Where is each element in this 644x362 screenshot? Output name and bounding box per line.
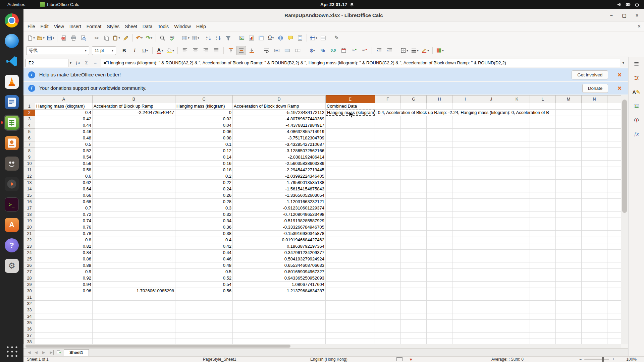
cell-A1[interactable]: Hanging mass (kilogram)	[35, 103, 93, 110]
cell-partial-29[interactable]	[607, 282, 621, 288]
cell-N23[interactable]	[582, 243, 607, 250]
row-header-31[interactable]: 31	[24, 294, 35, 301]
row-header-16[interactable]: 16	[24, 199, 35, 205]
cell-J18[interactable]	[478, 212, 504, 218]
cell-E36[interactable]	[326, 326, 375, 333]
cell-G33[interactable]	[401, 307, 427, 313]
menu-edit[interactable]: Edit	[38, 22, 51, 31]
cell-C34[interactable]	[175, 313, 233, 320]
cell-G15[interactable]	[401, 192, 427, 199]
cell-N27[interactable]	[582, 269, 607, 275]
cell-C38[interactable]	[175, 339, 233, 344]
cell-K14[interactable]	[504, 186, 530, 192]
gallery-icon[interactable]	[632, 102, 641, 110]
selection-mode-icon[interactable]	[396, 357, 402, 362]
cell-partial-38[interactable]	[607, 339, 621, 344]
cell-B33[interactable]	[93, 307, 175, 313]
cell-C35[interactable]	[175, 320, 233, 326]
insert-pivot-table-icon[interactable]	[256, 33, 266, 43]
cell-F7[interactable]	[375, 141, 401, 148]
cell-B10[interactable]	[93, 161, 175, 167]
cell-N6[interactable]	[582, 135, 607, 141]
menu-window[interactable]: Window	[171, 22, 194, 31]
cell-L20[interactable]	[530, 224, 556, 231]
cell-M4[interactable]	[556, 122, 582, 129]
cell-partial-15[interactable]	[607, 192, 621, 199]
row-header-6[interactable]: 6	[24, 135, 35, 141]
cell-L8[interactable]	[530, 148, 556, 154]
cell-L24[interactable]	[530, 250, 556, 256]
cell-C15[interactable]: 0.26	[175, 192, 233, 199]
cell-D10[interactable]: -2.56035838603389	[233, 161, 326, 167]
minimize-button[interactable]: –	[608, 13, 614, 18]
cell-L29[interactable]	[530, 282, 556, 288]
cell-B29[interactable]	[93, 282, 175, 288]
cell-B37[interactable]	[93, 333, 175, 339]
row-header-11[interactable]: 11	[24, 167, 35, 173]
cell-E23[interactable]	[326, 243, 375, 250]
cell-A33[interactable]	[35, 307, 93, 313]
cell-N15[interactable]	[582, 192, 607, 199]
column-header-L[interactable]: L	[530, 96, 556, 103]
cell-M10[interactable]	[556, 161, 582, 167]
cell-partial-22[interactable]	[607, 237, 621, 243]
cell-E32[interactable]	[326, 301, 375, 307]
cell-L36[interactable]	[530, 326, 556, 333]
cell-B22[interactable]	[93, 237, 175, 243]
borders-icon[interactable]: ▾	[399, 46, 409, 55]
row-header-21[interactable]: 21	[24, 231, 35, 237]
cell-M36[interactable]	[556, 326, 582, 333]
underline-icon[interactable]: U▾	[140, 46, 150, 55]
cell-K3[interactable]	[504, 116, 530, 122]
maximize-button[interactable]: ▢	[621, 13, 627, 18]
cell-B7[interactable]	[93, 141, 175, 148]
row-header-7[interactable]: 7	[24, 141, 35, 148]
cell-A14[interactable]: 0.64	[35, 186, 93, 192]
cell-D12[interactable]: -2.03992224346405	[233, 173, 326, 180]
dock-item-thunderbird[interactable]	[4, 33, 20, 49]
activities-button[interactable]: Activities	[5, 1, 27, 8]
menu-styles[interactable]: Styles	[104, 22, 122, 31]
cell-L26[interactable]	[530, 262, 556, 269]
close-icon[interactable]: ×	[618, 85, 622, 92]
cell-I19[interactable]	[452, 218, 478, 224]
cell-K36[interactable]	[504, 326, 530, 333]
cell-G19[interactable]	[401, 218, 427, 224]
cell-H1[interactable]	[427, 103, 452, 110]
cell-G8[interactable]	[401, 148, 427, 154]
cell-B28[interactable]	[93, 275, 175, 282]
page-style[interactable]: PageStyle_Sheet1	[203, 357, 236, 362]
cell-H4[interactable]	[427, 122, 452, 129]
system-tray[interactable]	[617, 2, 639, 7]
cell-L32[interactable]	[530, 301, 556, 307]
function-wizard-icon[interactable]: ƒx	[73, 60, 82, 65]
cell-C10[interactable]: 0.16	[175, 161, 233, 167]
cell-A20[interactable]: 0.76	[35, 224, 93, 231]
cell-M21[interactable]	[556, 231, 582, 237]
cell-H17[interactable]	[427, 205, 452, 212]
cell-D26[interactable]: 0.655344608706633	[233, 262, 326, 269]
cell-F32[interactable]	[375, 301, 401, 307]
cell-H26[interactable]	[427, 262, 452, 269]
cell-F37[interactable]	[375, 333, 401, 339]
formula-icon[interactable]: =	[91, 60, 100, 65]
cell-F33[interactable]	[375, 307, 401, 313]
row-header-26[interactable]: 26	[24, 262, 35, 269]
cell-A19[interactable]: 0.74	[35, 218, 93, 224]
cell-F20[interactable]	[375, 224, 401, 231]
cell-I20[interactable]	[452, 224, 478, 231]
cell-I28[interactable]	[452, 275, 478, 282]
menu-tools[interactable]: Tools	[155, 22, 171, 31]
column-header-G[interactable]: G	[401, 96, 427, 103]
row-header-9[interactable]: 9	[24, 154, 35, 161]
cell-J20[interactable]	[478, 224, 504, 231]
cell-N37[interactable]	[582, 333, 607, 339]
cell-D27[interactable]: 0.801659094967327	[233, 269, 326, 275]
cell-J29[interactable]	[478, 282, 504, 288]
cell-I13[interactable]	[452, 180, 478, 186]
decrease-indent-icon[interactable]	[385, 46, 394, 55]
cell-D36[interactable]	[233, 326, 326, 333]
cell-F1[interactable]	[375, 103, 401, 110]
cell-B26[interactable]	[93, 262, 175, 269]
row-header-13[interactable]: 13	[24, 180, 35, 186]
